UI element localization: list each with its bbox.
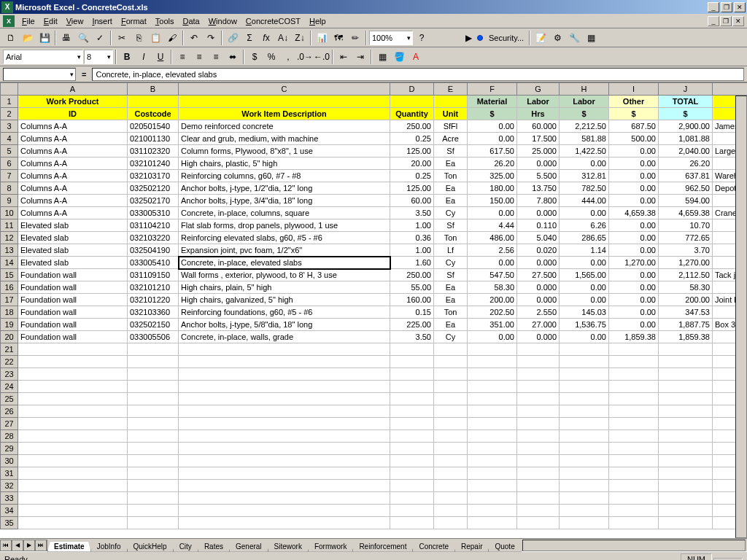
cell[interactable]: 772.65 xyxy=(659,232,713,244)
cell[interactable] xyxy=(560,430,609,443)
sheet-tab-rates[interactable]: Rates xyxy=(198,542,230,552)
cell[interactable]: Elevated slab xyxy=(18,219,128,232)
cell[interactable]: Anchor bolts, j-type, 1/2"dia, 12" long xyxy=(179,182,390,195)
cell[interactable]: 033005310 xyxy=(128,207,179,219)
row-header[interactable]: 2 xyxy=(1,108,18,120)
cell[interactable] xyxy=(18,343,128,356)
cell[interactable] xyxy=(179,480,390,492)
cell[interactable] xyxy=(18,492,128,505)
cell[interactable]: Cy xyxy=(434,257,468,269)
header-cell[interactable]: $ xyxy=(659,108,713,120)
cell[interactable]: 13.750 xyxy=(517,182,560,195)
row-header[interactable]: 23 xyxy=(1,368,18,381)
cell[interactable]: 3.50 xyxy=(390,207,434,219)
cell[interactable] xyxy=(434,480,468,492)
cell[interactable]: 7.800 xyxy=(517,195,560,207)
cell[interactable] xyxy=(659,480,713,492)
cell[interactable]: 581.88 xyxy=(560,133,609,145)
security-button[interactable]: Security... xyxy=(486,34,527,42)
cell[interactable] xyxy=(18,455,128,467)
cell[interactable] xyxy=(560,517,609,529)
cell[interactable]: Ea xyxy=(434,319,468,331)
cell[interactable]: 486.00 xyxy=(468,232,517,244)
cell[interactable]: 0.00 xyxy=(468,257,517,269)
mdi-close-button[interactable]: ✕ xyxy=(732,16,744,26)
cell[interactable]: Cy xyxy=(434,207,468,219)
cell[interactable]: 25.000 xyxy=(517,145,560,158)
cell[interactable]: 150.00 xyxy=(468,195,517,207)
cell[interactable] xyxy=(659,418,713,430)
controls-button[interactable]: ▦ xyxy=(583,30,599,46)
cell[interactable]: Foundation wall xyxy=(18,269,128,281)
cell[interactable] xyxy=(468,467,517,480)
mdi-restore-button[interactable]: ❐ xyxy=(720,16,732,26)
menu-data[interactable]: Data xyxy=(178,15,204,27)
cell[interactable]: 0.00 xyxy=(609,195,659,207)
cell[interactable] xyxy=(609,505,659,517)
cell[interactable] xyxy=(390,405,434,418)
cell[interactable]: 033005410 xyxy=(128,257,179,269)
name-box[interactable] xyxy=(3,68,76,81)
cell[interactable]: Columns A-A xyxy=(18,195,128,207)
cell[interactable]: 312.81 xyxy=(560,170,609,182)
cell[interactable] xyxy=(128,368,179,381)
header-cell[interactable]: Other xyxy=(609,96,659,108)
row-header[interactable]: 35 xyxy=(1,517,18,529)
row-header[interactable]: 14 xyxy=(1,257,18,269)
drawing-button[interactable]: ✏ xyxy=(347,30,363,46)
row-header[interactable]: 9 xyxy=(1,195,18,207)
cell[interactable]: 500.00 xyxy=(609,133,659,145)
cell[interactable]: 145.03 xyxy=(560,306,609,319)
cell[interactable] xyxy=(517,455,560,467)
sort-asc-button[interactable]: A↓ xyxy=(275,30,291,46)
cell[interactable]: Sf xyxy=(434,145,468,158)
cell[interactable]: 0.25 xyxy=(390,170,434,182)
cell[interactable] xyxy=(468,455,517,467)
cell[interactable] xyxy=(517,505,560,517)
cell[interactable]: Columns A-A xyxy=(18,120,128,133)
cell[interactable] xyxy=(560,343,609,356)
row-header[interactable]: 31 xyxy=(1,467,18,480)
cell[interactable]: 0.25 xyxy=(390,133,434,145)
cell[interactable] xyxy=(18,443,128,455)
col-header[interactable] xyxy=(713,83,748,96)
sheet-tab-city[interactable]: City xyxy=(173,542,198,552)
cell[interactable]: Concrete, in-place, walls, grade xyxy=(179,331,390,343)
cell[interactable] xyxy=(560,455,609,467)
cell[interactable] xyxy=(468,430,517,443)
cell[interactable]: 962.50 xyxy=(659,182,713,195)
cell[interactable] xyxy=(560,480,609,492)
cell[interactable] xyxy=(18,430,128,443)
sheet-tab-formwork[interactable]: Formwork xyxy=(308,542,353,552)
row-header[interactable]: 32 xyxy=(1,480,18,492)
row-header[interactable]: 19 xyxy=(1,319,18,331)
cell[interactable] xyxy=(659,505,713,517)
cell[interactable] xyxy=(434,393,468,405)
cell[interactable] xyxy=(609,418,659,430)
cell[interactable]: 60.000 xyxy=(517,120,560,133)
cell[interactable]: Ea xyxy=(434,281,468,294)
row-header[interactable]: 15 xyxy=(1,269,18,281)
row-header[interactable]: 28 xyxy=(1,430,18,443)
cell[interactable]: Ton xyxy=(434,170,468,182)
cell[interactable]: 0.00 xyxy=(560,294,609,306)
cell[interactable]: 2,900.00 xyxy=(659,120,713,133)
formula-input[interactable]: Concrete, in-place, elevated slabs xyxy=(92,68,744,81)
cell[interactable] xyxy=(517,356,560,368)
row-header[interactable]: 7 xyxy=(1,170,18,182)
underline-button[interactable]: U xyxy=(152,49,169,65)
cell[interactable]: 032502150 xyxy=(128,319,179,331)
cell[interactable]: 4,659.38 xyxy=(659,207,713,219)
cell[interactable] xyxy=(18,467,128,480)
cell[interactable]: Columns A-A xyxy=(18,207,128,219)
cell[interactable]: Reinforcing columns, g60, #7 - #8 xyxy=(179,170,390,182)
cell[interactable] xyxy=(609,405,659,418)
cell[interactable] xyxy=(390,343,434,356)
cell[interactable]: Foundation wall xyxy=(18,319,128,331)
cell[interactable] xyxy=(434,455,468,467)
cell[interactable] xyxy=(179,418,390,430)
cell[interactable]: 27.000 xyxy=(517,319,560,331)
autosum-button[interactable]: Σ xyxy=(241,30,258,46)
cell[interactable] xyxy=(609,343,659,356)
cell[interactable]: 26.20 xyxy=(468,158,517,170)
